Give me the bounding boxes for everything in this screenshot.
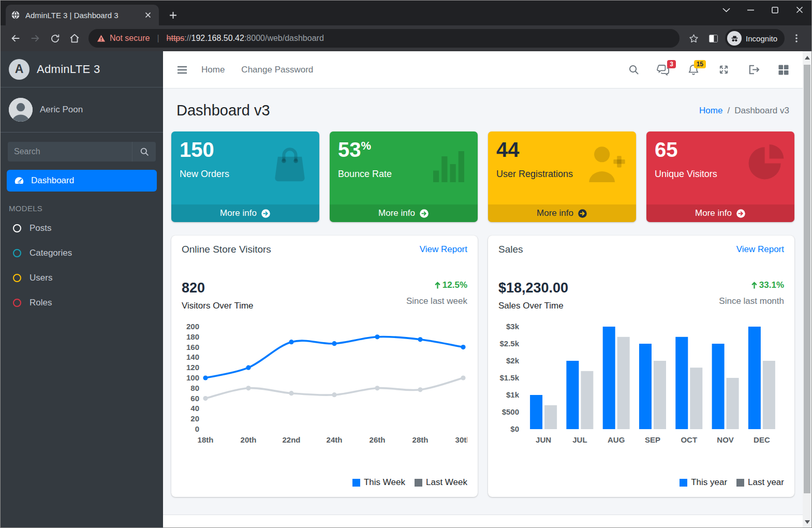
breadcrumb-home-link[interactable]: Home xyxy=(699,106,722,116)
svg-text:$1k: $1k xyxy=(506,390,520,399)
delta-note: Since last month xyxy=(719,296,784,306)
address-bar[interactable]: Not secure | https://192.168.50.42:8000/… xyxy=(88,29,680,48)
app-footer xyxy=(163,515,803,528)
metric-block: $18,230.00 Sales Over Time xyxy=(498,280,568,311)
url-scheme: https xyxy=(167,34,185,42)
navbar-link-change-password[interactable]: Change Password xyxy=(233,65,321,75)
info-box-body: 53% Bounce Rate xyxy=(330,131,478,204)
home-button[interactable] xyxy=(65,28,84,48)
page-content: Dashboard v3 Home / Dashboard v3 150 New… xyxy=(163,89,803,515)
reload-button[interactable] xyxy=(45,28,65,48)
more-info-link[interactable]: More info xyxy=(330,204,478,222)
arrow-up-icon xyxy=(434,282,441,289)
circle-icon xyxy=(13,249,21,257)
logout-icon[interactable] xyxy=(743,59,764,81)
more-info-link[interactable]: More info xyxy=(646,204,794,222)
svg-text:120: 120 xyxy=(186,363,199,372)
more-info-link[interactable]: More info xyxy=(488,204,636,222)
favicon-globe-icon xyxy=(11,10,20,20)
legend-this-week[interactable]: This Week xyxy=(352,477,405,488)
navbar-icons: 3 15 xyxy=(623,59,794,81)
circle-icon xyxy=(13,274,21,282)
svg-text:40: 40 xyxy=(190,404,199,413)
grid-widgets-icon[interactable] xyxy=(773,59,794,81)
content-header: Dashboard v3 Home / Dashboard v3 xyxy=(171,89,794,131)
svg-text:SEP: SEP xyxy=(645,435,660,444)
notifications-bell-icon[interactable]: 15 xyxy=(683,59,704,81)
brand-title: AdminLTE 3 xyxy=(37,63,100,76)
sidebar-item-categories[interactable]: Categories xyxy=(1,241,163,266)
back-button[interactable] xyxy=(6,28,25,48)
user-panel[interactable]: Aeric Poon xyxy=(1,87,163,133)
scrollbar-thumb[interactable] xyxy=(804,65,810,493)
triangle-up-icon xyxy=(805,56,810,60)
new-tab-button[interactable] xyxy=(165,7,181,23)
svg-text:180: 180 xyxy=(186,332,199,341)
legend-this-year[interactable]: This year xyxy=(680,477,727,488)
main-area: Home Change Password 3 15 xyxy=(163,51,803,528)
sidebar-item-users[interactable]: Users xyxy=(1,266,163,290)
metric-value: $18,230.00 xyxy=(498,280,568,296)
svg-text:JUN: JUN xyxy=(536,435,551,444)
fullscreen-expand-icon[interactable] xyxy=(713,59,734,81)
browser-tab[interactable]: AdminLTE 3 | Dashboard 3 xyxy=(6,5,159,25)
scroll-down-arrow[interactable] xyxy=(803,516,811,528)
chart-legend: This year Last year xyxy=(498,470,784,488)
brand-link[interactable]: A AdminLTE 3 xyxy=(1,51,163,87)
info-box-bounce-rate: 53% Bounce Rate More info xyxy=(330,131,478,222)
scroll-up-arrow[interactable] xyxy=(803,51,811,64)
sidebar-item-label: Categories xyxy=(29,248,72,258)
navbar-link-home[interactable]: Home xyxy=(193,65,233,75)
navbar-search-icon[interactable] xyxy=(623,59,644,81)
legend-last-year[interactable]: Last year xyxy=(736,477,784,488)
svg-text:140: 140 xyxy=(186,353,199,361)
svg-text:20: 20 xyxy=(190,414,199,423)
scrollbar-track[interactable] xyxy=(803,64,811,516)
info-box-unique-visitors: 65 Unique Visitors More info xyxy=(646,131,794,222)
more-info-link[interactable]: More info xyxy=(171,204,319,222)
svg-text:22nd: 22nd xyxy=(282,435,300,444)
legend-label: This year xyxy=(691,477,727,488)
side-panel-icon[interactable] xyxy=(703,28,723,48)
sidebar-toggle-hamburger-icon[interactable] xyxy=(171,59,193,81)
page-title: Dashboard v3 xyxy=(176,102,270,119)
card-header: Sales View Report xyxy=(498,244,784,255)
page-scrollbar[interactable] xyxy=(803,51,811,528)
arrow-up-icon xyxy=(751,282,758,289)
top-navbar: Home Change Password 3 15 xyxy=(163,51,803,89)
legend-last-week[interactable]: Last Week xyxy=(415,477,467,488)
bookmark-star-icon[interactable] xyxy=(684,28,703,48)
close-window-button[interactable] xyxy=(787,1,811,19)
search-input[interactable] xyxy=(8,142,132,162)
sidebar-item-dashboard[interactable]: Dashboard xyxy=(7,170,157,192)
search-submit-button[interactable] xyxy=(132,142,156,162)
circle-icon xyxy=(13,299,21,307)
view-report-link[interactable]: View Report xyxy=(736,244,784,255)
browser-menu-icon[interactable] xyxy=(787,28,806,48)
arrow-circle-right-icon xyxy=(261,209,271,218)
tab-search-chevron-icon[interactable] xyxy=(714,1,739,19)
info-box-new-orders: 150 New Orders More info xyxy=(171,131,319,222)
info-box-user-registrations: 44 User Registrations More info xyxy=(488,131,636,222)
sidebar-item-posts[interactable]: Posts xyxy=(1,216,163,241)
chart-cards-row: Online Store Visitors View Report 820 Vi… xyxy=(171,236,794,497)
card-stats: $18,230.00 Sales Over Time 33.1% Since l… xyxy=(498,280,784,311)
messages-badge: 3 xyxy=(667,60,676,68)
incognito-badge: Incognito xyxy=(725,29,785,48)
tab-close-icon[interactable] xyxy=(142,9,154,21)
arrow-circle-right-icon xyxy=(578,209,587,218)
maximize-button[interactable] xyxy=(763,1,787,19)
url-host: 192.168.50.42 xyxy=(191,34,244,42)
view-report-link[interactable]: View Report xyxy=(420,244,467,255)
info-box-body: 44 User Registrations xyxy=(488,131,636,204)
svg-text:NOV: NOV xyxy=(717,435,734,444)
browser-titlebar: AdminLTE 3 | Dashboard 3 xyxy=(1,1,811,25)
app-viewport: A AdminLTE 3 Aeric Poon Dashboard xyxy=(1,51,811,528)
forward-button[interactable] xyxy=(25,28,45,48)
url-text: https://192.168.50.42:8000/web/dashboard xyxy=(167,34,324,43)
sidebar-item-roles[interactable]: Roles xyxy=(1,290,163,315)
messages-icon[interactable]: 3 xyxy=(653,59,674,81)
info-box-body: 65 Unique Visitors xyxy=(646,131,794,204)
minimize-button[interactable] xyxy=(739,1,763,19)
sidebar-section-header: MODELS xyxy=(1,195,163,216)
